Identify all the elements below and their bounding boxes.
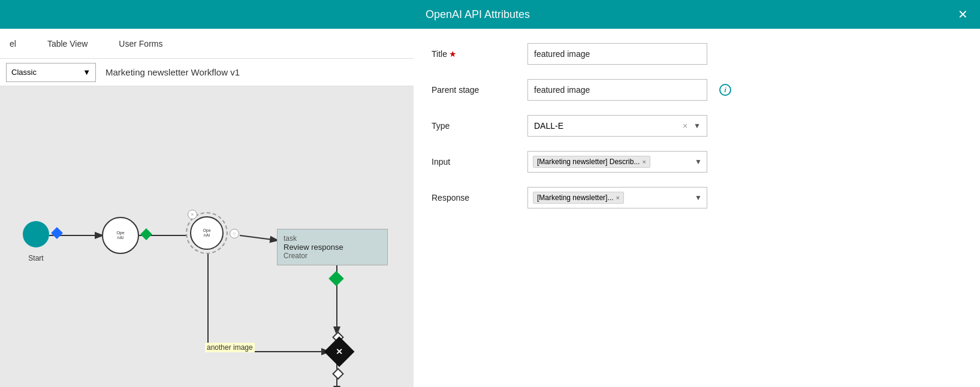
tab-el[interactable]: el	[6, 29, 20, 58]
openai-logo-1: OpenAI	[116, 231, 124, 241]
another-image-label: another image	[205, 343, 255, 352]
response-row: Response [Marketing newsletter]... × ▼	[432, 187, 962, 208]
dialog-header: OpenAI API Attributes ✕	[414, 0, 980, 29]
dropdown-arrow-icon: ▼	[83, 68, 91, 77]
tab-table-view[interactable]: Table View	[44, 29, 91, 58]
title-row: Title ★	[432, 43, 962, 65]
tab-user-forms[interactable]: User Forms	[115, 29, 166, 58]
workflow-title: Marketing newsletter Workflow v1	[105, 67, 240, 77]
svg-line-2	[240, 235, 277, 240]
gateway-x[interactable]: ✕	[324, 337, 355, 367]
openai-logo-2: OpenAI	[203, 228, 210, 238]
input-dropdown-icon: ▼	[695, 158, 702, 166]
task-card-name: Review response	[284, 243, 381, 252]
node2-x-badge[interactable]: ×	[188, 210, 197, 219]
task-card[interactable]: task Review response Creator	[277, 229, 388, 265]
openai-node-2[interactable]: OpenAI	[190, 216, 224, 250]
type-value: DALL-E	[534, 121, 563, 131]
green-diamond-1	[140, 228, 152, 240]
response-label: Response	[432, 193, 515, 202]
start-label: Start	[25, 254, 47, 262]
node2-right-badge[interactable]: ○	[230, 229, 239, 238]
parent-stage-label: Parent stage	[432, 85, 515, 95]
gateway-bottom-diamond	[332, 368, 344, 380]
input-label: Input	[432, 157, 515, 167]
openai-api-dialog: OpenAI API Attributes ✕ Title ★ Parent s…	[414, 0, 980, 387]
type-row: Type DALL-E × ▼	[432, 115, 962, 137]
type-dropdown-icon: ▼	[693, 122, 701, 130]
view-mode-dropdown[interactable]: Classic ▼	[6, 63, 96, 82]
required-star: ★	[449, 49, 457, 59]
start-node[interactable]	[23, 221, 49, 247]
parent-stage-row: Parent stage i	[432, 79, 962, 101]
diagram-canvas: Start OpenAI OpenAI × ○ task Review resp…	[0, 86, 414, 387]
dialog-body: Title ★ Parent stage i Type DALL-E ×	[414, 29, 980, 387]
left-panel: el Table View User Forms Classic ▼ Marke…	[0, 0, 414, 387]
close-button[interactable]: ✕	[958, 8, 968, 20]
input-row: Input [Marketing newsletter] Describ... …	[432, 151, 962, 173]
gateway-x-icon: ✕	[336, 347, 343, 356]
input-tag-clear[interactable]: ×	[642, 158, 646, 165]
green-diamond-2	[328, 271, 343, 286]
type-label: Type	[432, 121, 515, 131]
type-clear-icon[interactable]: ×	[683, 121, 687, 131]
response-tag: [Marketing newsletter]... ×	[533, 192, 624, 204]
type-select[interactable]: DALL-E × ▼	[527, 115, 707, 137]
input-tag: [Marketing newsletter] Describ... ×	[533, 156, 650, 168]
dialog-title: OpenAI API Attributes	[426, 8, 530, 21]
task-card-prefix: task	[284, 234, 381, 243]
nav-tabs: el Table View User Forms	[0, 29, 414, 59]
task-card-sub: Creator	[284, 252, 381, 260]
title-label: Title ★	[432, 49, 515, 59]
response-tag-clear[interactable]: ×	[616, 194, 619, 201]
input-tag-field[interactable]: [Marketing newsletter] Describ... × ▼	[527, 151, 707, 173]
response-tag-field[interactable]: [Marketing newsletter]... × ▼	[527, 187, 707, 208]
blue-diamond-connector	[51, 227, 63, 239]
parent-stage-input[interactable]	[527, 79, 707, 101]
info-icon[interactable]: i	[719, 84, 731, 96]
top-bar	[0, 0, 414, 29]
openai-node-1[interactable]: OpenAI	[102, 217, 139, 254]
toolbar: Classic ▼ Marketing newsletter Workflow …	[0, 59, 414, 86]
title-input[interactable]	[527, 43, 707, 65]
response-dropdown-icon: ▼	[695, 194, 702, 202]
